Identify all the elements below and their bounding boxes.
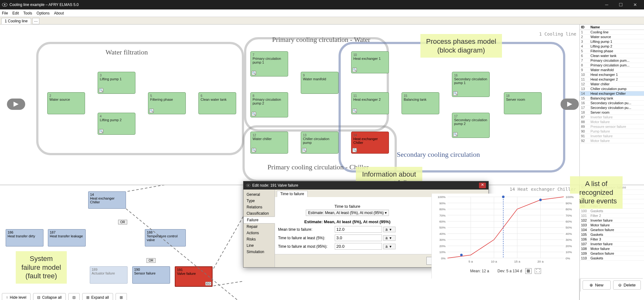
block-server-room[interactable]: 18Server room: [504, 92, 542, 114]
tree-row[interactable]: 6Clean water tank: [580, 54, 644, 58]
block-heat-exchanger-2[interactable]: 11Heat exchanger 2🔍: [351, 92, 389, 114]
dialog-close-button[interactable]: ✕: [479, 183, 486, 188]
block-clean-water-tank[interactable]: 6Clean water tank: [198, 92, 236, 114]
tree-row[interactable]: 87Inverter failure: [580, 115, 644, 120]
ft-node-187[interactable]: 187Heat transfer leakage: [48, 229, 86, 246]
high-input[interactable]: [335, 243, 382, 250]
nav-actions[interactable]: Actions: [243, 230, 275, 236]
block-water-manifold[interactable]: 9Water manifold: [301, 72, 339, 94]
block-primary-pump-1[interactable]: 7Primary circulation pump 1🔍: [250, 51, 288, 76]
tree-row[interactable]: 3Lifting pump 1: [580, 39, 644, 44]
ft-node-186[interactable]: 186Heat transfer dirty: [6, 229, 43, 246]
event-row[interactable]: 108Motor failure: [580, 246, 644, 251]
magnify-icon[interactable]: 🔍: [302, 148, 306, 152]
block-heat-exchanger-1[interactable]: 10Heat exchanger 1🔍: [351, 51, 389, 73]
tree-col-id[interactable]: ID: [581, 25, 590, 29]
magnify-icon[interactable]: 🔍: [252, 148, 256, 152]
nav-risks[interactable]: Risks: [243, 236, 275, 242]
block-secondary-pump-2[interactable]: 17Secondary circulation pump 2🔍: [452, 113, 490, 138]
event-row[interactable]: 100Gaskets: [580, 209, 644, 213]
ft-gate-or-top[interactable]: OR: [118, 220, 127, 224]
hide-level-button[interactable]: ↑Hide level: [2, 293, 31, 300]
event-row[interactable]: 103Motor failure: [580, 223, 644, 228]
tree-row[interactable]: 11Heat exchanger 2: [580, 77, 644, 82]
nav-failure[interactable]: Failure: [243, 217, 275, 224]
event-row[interactable]: 102Inverter failure: [580, 218, 644, 223]
grid-toggle-icon[interactable]: ▦: [525, 268, 532, 274]
tree-row[interactable]: 10Heat exchanger 1: [580, 72, 644, 77]
event-row[interactable]: 107Inverter failure: [580, 242, 644, 246]
block-heat-exchanger-chiller[interactable]: 14Heat exchanger Chiller🔍: [351, 132, 389, 154]
block-balancing-tank[interactable]: 15Balancing tank: [402, 92, 439, 114]
ft-gate-or-bottom[interactable]: OR: [146, 258, 156, 263]
tree-row[interactable]: 91Inverter failure: [580, 134, 644, 139]
mttf-input[interactable]: [335, 226, 382, 233]
nav-relations[interactable]: Relations: [243, 204, 275, 210]
expand-icon-button[interactable]: ⊞: [116, 293, 127, 300]
nav-classification[interactable]: Classification: [243, 210, 275, 217]
magnify-icon[interactable]: 🔍: [453, 132, 458, 137]
event-row[interactable]: 109Gearbox failure: [580, 251, 644, 256]
ft-node-191[interactable]: 191Valve failure EO: [175, 266, 213, 287]
magnify-icon[interactable]: 🔍: [149, 109, 154, 113]
tree-row[interactable]: 12Water chiller: [580, 82, 644, 87]
menu-options[interactable]: Options: [37, 11, 49, 15]
tree-row[interactable]: 9Water manifold: [580, 68, 644, 72]
low-unit[interactable]: a ▾: [383, 235, 396, 241]
block-filtering-phase[interactable]: 5Filtering phase🔍: [148, 92, 186, 114]
tree-row[interactable]: 2Water source: [580, 35, 644, 39]
nav-line[interactable]: Line: [243, 242, 275, 249]
nav-type[interactable]: Type: [243, 198, 275, 204]
block-diagram-canvas[interactable]: Water filtration Primary cooling circula…: [0, 25, 579, 185]
event-row[interactable]: 101Filter 2: [580, 213, 644, 218]
nav-repair[interactable]: Repair: [243, 224, 275, 230]
ft-node-189[interactable]: 189Actuator failure: [90, 266, 128, 284]
magnify-icon[interactable]: 🔍: [99, 88, 103, 93]
close-button[interactable]: ✕: [628, 0, 642, 9]
block-water-source[interactable]: 2Water source: [47, 92, 85, 114]
ft-node-188[interactable]: 188Temperature control valve: [145, 229, 186, 246]
nav-simulation[interactable]: Simulation: [243, 249, 275, 255]
block-secondary-pump-1[interactable]: 16Secondary circulation pump 1🔍: [452, 72, 490, 97]
tree-row[interactable]: 16Secondary circulation pu...: [580, 101, 644, 105]
magnify-icon[interactable]: 🔍: [352, 68, 357, 72]
menu-edit[interactable]: Edit: [12, 11, 19, 15]
delete-button[interactable]: ⊖Delete: [613, 280, 641, 290]
low-input[interactable]: [335, 235, 382, 241]
ft-node-14[interactable]: 14Heat exchanger Chiller: [88, 191, 126, 209]
tree-row[interactable]: 92Motor failure: [580, 139, 644, 143]
block-water-chiller[interactable]: 12Water chiller🔍: [250, 132, 288, 154]
nav-general[interactable]: General: [243, 191, 275, 198]
magnify-icon[interactable]: 🔍: [352, 109, 357, 113]
tree-row[interactable]: 13Chiller circulation pump: [580, 87, 644, 91]
fullscreen-icon[interactable]: ⛶: [535, 268, 541, 274]
collapse-all-button[interactable]: ⊟Collapse all: [33, 293, 66, 300]
tree-row[interactable]: 17Secondary circulation pu...: [580, 105, 644, 110]
new-button[interactable]: ⊕New: [583, 280, 611, 290]
tree-row[interactable]: 4Lifting pump 2: [580, 44, 644, 49]
block-lifting-pump-1[interactable]: 3Lifting pump 1🔍: [98, 72, 135, 94]
expand-all-button[interactable]: ⊞Expand all: [82, 293, 113, 300]
tree-row[interactable]: 88Motor failure: [580, 120, 644, 124]
collapse-icon-button[interactable]: ⊟: [68, 293, 80, 300]
tree-col-name[interactable]: Name: [590, 25, 600, 29]
minimize-button[interactable]: ─: [600, 0, 614, 9]
dialog-titlebar[interactable]: Edit node: 191 Valve failure ✕: [243, 181, 488, 190]
magnify-icon[interactable]: 🔍: [252, 71, 256, 75]
tree-row[interactable]: 8Primary circulation pum...: [580, 63, 644, 68]
high-unit[interactable]: a ▾: [383, 244, 396, 249]
tree-row[interactable]: 89Pressure sensor failure: [580, 124, 644, 129]
tree-row[interactable]: 15Balancing tank: [580, 96, 644, 101]
tree-row[interactable]: 90Pump failure: [580, 129, 644, 134]
tree-row[interactable]: 18Server room: [580, 110, 644, 115]
tab-cooling-line[interactable]: 1 Cooling line: [1, 18, 31, 24]
menu-tools[interactable]: Tools: [23, 11, 32, 15]
tab-overflow-button[interactable]: …: [32, 18, 39, 24]
maximize-button[interactable]: ☐: [614, 0, 628, 9]
block-primary-pump-2[interactable]: 8Primary circulation pump 2🔍: [250, 92, 288, 117]
mttf-unit[interactable]: a ▾: [383, 227, 396, 232]
ft-node-190[interactable]: 190Sensor failure: [132, 266, 170, 284]
tree-row[interactable]: 1Cooling line: [580, 30, 644, 35]
magnify-icon[interactable]: 🔍: [252, 112, 256, 116]
tab-time-to-failure[interactable]: Time to failure: [277, 191, 308, 197]
